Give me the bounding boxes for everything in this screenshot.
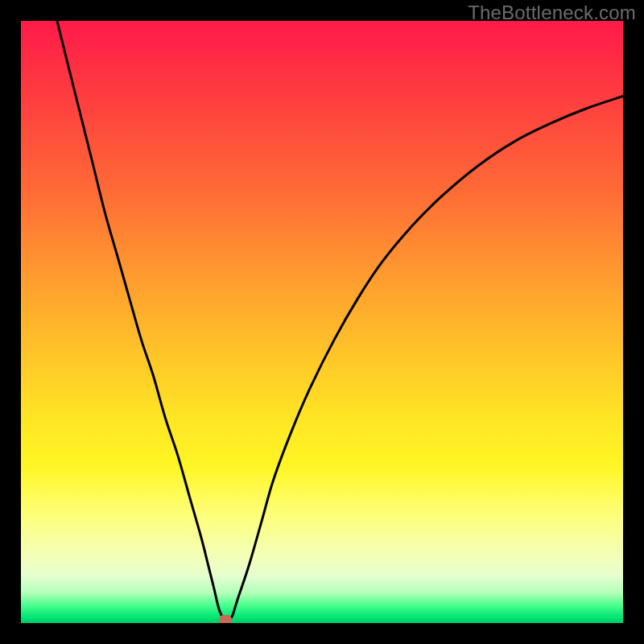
curve-svg	[21, 21, 623, 623]
plot-area	[21, 21, 623, 623]
bottleneck-curve-path	[57, 21, 623, 621]
chart-frame: TheBottleneck.com	[0, 0, 644, 644]
optimal-point-marker	[219, 615, 232, 623]
watermark-text: TheBottleneck.com	[468, 2, 636, 24]
